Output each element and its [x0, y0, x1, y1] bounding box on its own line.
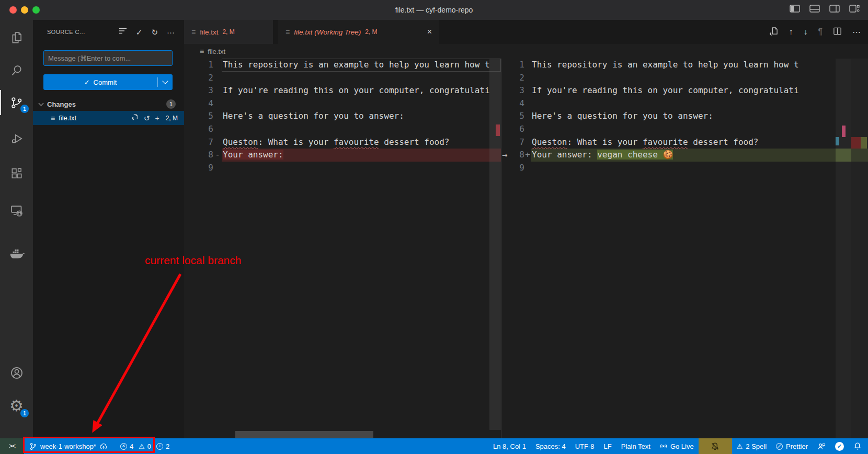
previous-change-icon[interactable]: ↑ — [789, 27, 793, 37]
added-line[interactable]: 8+Your answer: vegan cheese 🍪 — [501, 149, 868, 162]
file-decoration: 2, M — [166, 115, 178, 122]
code-line[interactable]: If you're reading this on your computer,… — [531, 84, 868, 97]
commit-button[interactable]: ✓ Commit — [43, 74, 173, 90]
breadcrumb-file: file.txt — [208, 48, 225, 55]
notifications-bell-button[interactable] — [849, 438, 868, 454]
info-count: 2 — [166, 442, 169, 450]
minimap[interactable] — [851, 59, 868, 438]
line-number: 4 — [501, 97, 524, 110]
code-line[interactable]: Queston: What is your favourite dessert … — [531, 136, 868, 149]
commit-message-input[interactable] — [43, 50, 173, 66]
view-and-sort-icon[interactable] — [119, 27, 127, 37]
language-mode[interactable]: Plain Text — [616, 438, 655, 454]
code-line[interactable]: This repository is an example to help yo… — [531, 59, 868, 72]
changes-section-header[interactable]: Changes 1 — [33, 97, 184, 111]
diff-navigation-arrow: → — [502, 149, 507, 162]
toggle-panel-icon[interactable] — [809, 5, 820, 13]
extensions-icon[interactable] — [0, 161, 33, 186]
person-feedback-icon — [817, 442, 826, 450]
search-icon[interactable] — [0, 58, 33, 83]
code-line[interactable] — [222, 123, 501, 136]
toggle-whitespace-icon[interactable]: ¶ — [818, 27, 823, 37]
code-line[interactable]: Here's a question for you to answer: — [222, 110, 501, 123]
code-line[interactable] — [222, 72, 501, 85]
toggle-primary-sidebar-icon[interactable] — [790, 5, 800, 13]
code-line[interactable] — [531, 123, 868, 136]
notifications-muted-button[interactable] — [699, 438, 732, 454]
activity-bar: 1 ⚙ 1 — [0, 20, 33, 438]
line-number: 7 — [501, 136, 524, 149]
spell-checker-status[interactable]: ⚠ 2 Spell — [732, 438, 771, 454]
accounts-icon[interactable] — [0, 360, 33, 385]
chevron-down-icon — [162, 78, 168, 84]
docker-icon[interactable] — [0, 242, 33, 267]
toggle-secondary-sidebar-icon[interactable] — [829, 5, 840, 13]
tab-file-txt-working-tree[interactable]: ≡ file.txt (Working Tree) 2, M × — [278, 20, 439, 44]
overview-ruler[interactable] — [489, 59, 501, 430]
commit-dropdown-button[interactable] — [158, 81, 173, 83]
removed-sign: - — [213, 149, 222, 162]
editor-region: ≡ file.txt 2, M ≡ file.txt (Working Tree… — [184, 20, 868, 438]
tab-label: file.txt — [200, 28, 218, 36]
breadcrumb[interactable]: ≡ file.txt — [184, 44, 868, 59]
tab-file-txt[interactable]: ≡ file.txt 2, M — [184, 20, 273, 44]
close-window-button[interactable] — [9, 6, 17, 14]
discard-changes-icon[interactable]: ↺ — [144, 115, 150, 122]
go-live-button[interactable]: Go Live — [655, 438, 699, 454]
customize-layout-icon[interactable] — [849, 5, 860, 13]
zoom-window-button[interactable] — [32, 6, 40, 14]
diff-modified-pane[interactable]: 1This repository is an example to help y… — [501, 59, 868, 438]
indentation-indicator[interactable]: Spaces: 4 — [531, 438, 570, 454]
stage-changes-icon[interactable]: + — [155, 115, 159, 122]
commit-check-icon[interactable]: ✓ — [136, 28, 143, 36]
remote-indicator[interactable]: >< — [0, 438, 24, 454]
removed-line[interactable]: 8-Your answer: — [184, 149, 501, 162]
close-tab-icon[interactable]: × — [427, 28, 432, 36]
encoding-indicator[interactable]: UTF-8 — [570, 438, 599, 454]
run-and-debug-icon[interactable] — [0, 126, 33, 151]
code-line[interactable] — [222, 97, 501, 110]
removed-text: Your answer: — [223, 150, 283, 160]
minimize-window-button[interactable] — [21, 6, 28, 14]
go-live-label: Go Live — [670, 442, 694, 450]
prettier-label: Prettier — [786, 442, 808, 450]
ruler-added-mark — [836, 149, 851, 162]
source-control-icon[interactable]: 1 — [0, 90, 33, 115]
diff-original-pane[interactable]: 1This repository is an example to help y… — [184, 59, 501, 438]
code-line[interactable] — [531, 162, 868, 175]
file-icon: ≡ — [191, 28, 196, 36]
remote-explorer-icon[interactable] — [0, 198, 33, 223]
changed-file-row[interactable]: ≡ file.txt ↺ + 2, M — [33, 111, 184, 125]
code-line[interactable]: Here's a question for you to answer: — [531, 110, 868, 123]
line-number: 5 — [184, 110, 213, 123]
overview-ruler[interactable] — [836, 59, 851, 438]
next-change-icon[interactable]: ↓ — [803, 27, 807, 37]
cursor-position[interactable]: Ln 8, Col 1 — [488, 438, 531, 454]
source-control-header: SOURCE C... ✓ ↻ ··· — [33, 20, 184, 44]
more-actions-icon[interactable]: ··· — [167, 28, 175, 36]
explorer-icon[interactable] — [0, 25, 33, 50]
code-line[interactable]: This repository is an example to help yo… — [222, 59, 501, 72]
open-file-icon[interactable] — [131, 114, 139, 122]
eol-indicator[interactable]: LF — [599, 438, 616, 454]
info-icon: i — [156, 443, 163, 450]
settings-gear-icon[interactable]: ⚙ 1 — [0, 393, 33, 418]
ruler-modified-mark — [842, 126, 846, 137]
code-line[interactable] — [222, 162, 501, 175]
more-actions-icon[interactable]: ⋯ — [852, 27, 861, 37]
code-line[interactable]: Queston: What is your favourite dessert … — [222, 136, 501, 149]
feedback-button[interactable] — [813, 438, 830, 454]
horizontal-scrollbar[interactable] — [235, 431, 373, 438]
code-line[interactable] — [531, 72, 868, 85]
minimap-added-mark — [861, 137, 867, 149]
status-check-button[interactable]: ✓ — [830, 438, 849, 454]
open-changes-icon[interactable] — [769, 27, 778, 38]
line-number: 9 — [184, 162, 213, 175]
code-line[interactable] — [531, 97, 868, 110]
changes-count-badge: 1 — [166, 99, 176, 109]
code-line[interactable]: If you're reading this on your computer,… — [222, 84, 501, 97]
prettier-status[interactable]: Prettier — [771, 438, 813, 454]
split-editor-icon[interactable] — [833, 27, 842, 38]
disabled-circle-icon — [776, 443, 783, 450]
refresh-icon[interactable]: ↻ — [151, 28, 158, 36]
